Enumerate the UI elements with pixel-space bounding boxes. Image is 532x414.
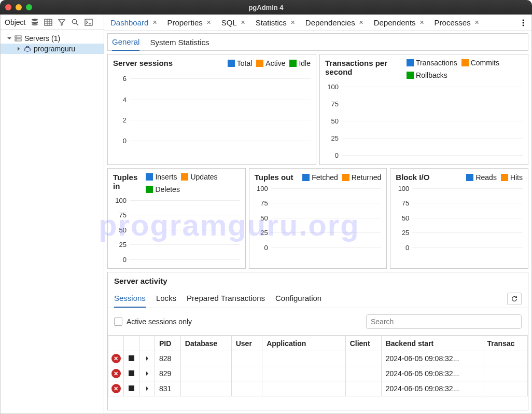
chart-body: 100 75 50 25 0 <box>412 185 523 252</box>
close-icon[interactable] <box>419 20 425 26</box>
panel-block-io: Block I/O Reads Hits 100 75 50 25 0 <box>390 168 528 269</box>
close-icon[interactable] <box>206 20 212 26</box>
minimize-window-button[interactable] <box>16 4 22 10</box>
close-icon[interactable] <box>240 20 246 26</box>
column-header[interactable] <box>108 336 124 351</box>
cell-pid: 829 <box>155 366 181 381</box>
cancel-query-icon[interactable] <box>129 370 134 376</box>
tree-node-servers[interactable]: Servers (1) <box>1 33 104 44</box>
server-group-icon <box>14 34 22 43</box>
svg-point-11 <box>16 39 17 40</box>
svg-point-12 <box>523 19 524 21</box>
legend: Inserts Updates Deletes <box>146 173 240 194</box>
close-window-button[interactable] <box>5 4 11 10</box>
cell-backend-start: 2024-06-05 09:08:32... <box>381 381 483 396</box>
table-row[interactable]: ✕8282024-06-05 09:08:32... <box>108 351 528 366</box>
activity-tab-prepared-transactions[interactable]: Prepared Transactions <box>187 289 265 308</box>
chevron-right-icon[interactable] <box>145 369 150 378</box>
column-header-application[interactable]: Application <box>262 336 346 351</box>
terminate-session-icon[interactable]: ✕ <box>111 354 121 363</box>
chevron-right-icon[interactable] <box>145 384 150 393</box>
query-tool-icon[interactable] <box>29 16 41 29</box>
cell-application <box>262 351 346 366</box>
close-icon[interactable] <box>290 20 296 26</box>
chart-body: 6 4 2 0 <box>130 71 311 148</box>
tree-node-server[interactable]: programguru <box>1 44 104 54</box>
tabs-overflow-menu[interactable] <box>517 17 529 29</box>
search-input[interactable] <box>366 314 522 329</box>
terminate-session-icon[interactable]: ✕ <box>111 369 121 378</box>
swatch-icon <box>342 174 349 181</box>
column-header[interactable] <box>124 336 139 351</box>
filter-rows-icon[interactable] <box>55 16 68 29</box>
column-header-user[interactable]: User <box>231 336 262 351</box>
table-row[interactable]: ✕8312024-06-05 09:08:32... <box>108 381 528 396</box>
tab-processes[interactable]: Processes <box>430 16 484 29</box>
subtab-system-statistics[interactable]: System Statistics <box>150 34 209 50</box>
cell-backend-start: 2024-06-05 09:08:32... <box>381 351 483 366</box>
sidebar-toolbar: Object <box>1 15 104 30</box>
panel-title: Transactions per second <box>325 59 402 79</box>
legend-item: Commits <box>461 59 499 67</box>
tab-properties[interactable]: Properties <box>163 16 216 29</box>
activity-tab-sessions[interactable]: Sessions <box>114 289 146 308</box>
column-header[interactable] <box>139 336 155 351</box>
legend-item: Deletes <box>146 185 179 194</box>
table-header-row: PID Database User Application Client Bac… <box>108 336 528 351</box>
chevron-right-icon[interactable] <box>145 354 150 363</box>
active-sessions-only-checkbox[interactable] <box>114 318 122 326</box>
tab-statistics[interactable]: Statistics <box>251 16 300 29</box>
sidebar: Object Servers (1) programguru <box>1 15 104 413</box>
cell-backend-start: 2024-06-05 09:08:32... <box>381 366 483 381</box>
close-icon[interactable] <box>151 20 158 26</box>
cell-client <box>345 381 381 396</box>
view-data-icon[interactable] <box>42 16 54 29</box>
column-header-backend-start[interactable]: Backend start <box>381 336 483 351</box>
cancel-query-icon[interactable] <box>129 385 134 391</box>
legend-item: Total <box>228 59 253 67</box>
swatch-icon <box>501 174 508 181</box>
close-icon[interactable] <box>474 20 480 26</box>
column-header-transaction[interactable]: Transac <box>483 336 527 351</box>
legend-item: Active <box>256 59 285 67</box>
search-objects-icon[interactable] <box>69 16 81 29</box>
tab-sql[interactable]: SQL <box>217 16 250 29</box>
panel-transactions-per-second: Transactions per second Transactions Com… <box>319 54 528 165</box>
cell-client <box>345 366 381 381</box>
cell-database <box>180 381 231 396</box>
cell-user <box>231 351 262 366</box>
panel-title: Server sessions <box>113 59 173 67</box>
maximize-window-button[interactable] <box>26 4 32 10</box>
tabs-bar: Dashboard Properties SQL Statistics Depe… <box>104 15 531 31</box>
table-row[interactable]: ✕8292024-06-05 09:08:32... <box>108 366 528 381</box>
legend-item: Hits <box>501 173 523 182</box>
svg-rect-8 <box>15 36 21 38</box>
activity-tabs: Sessions Locks Prepared Transactions Con… <box>114 289 321 308</box>
tab-dashboard[interactable]: Dashboard <box>106 16 162 29</box>
activity-tab-locks[interactable]: Locks <box>156 289 176 308</box>
tab-dependencies[interactable]: Dependencies <box>301 16 369 29</box>
legend: Transactions Commits Rollbacks <box>407 59 523 79</box>
legend-item: Reads <box>466 173 496 182</box>
column-header-client[interactable]: Client <box>345 336 381 351</box>
legend: Reads Hits <box>466 173 523 182</box>
refresh-button[interactable] <box>507 293 522 305</box>
cell-transaction <box>483 351 527 366</box>
svg-point-13 <box>523 22 524 23</box>
column-header-pid[interactable]: PID <box>155 336 181 351</box>
legend-item: Updates <box>181 173 217 181</box>
svg-rect-9 <box>15 39 21 41</box>
close-icon[interactable] <box>358 20 365 26</box>
subtab-general[interactable]: General <box>112 34 139 51</box>
tab-dependents[interactable]: Dependents <box>370 16 429 29</box>
psql-tool-icon[interactable] <box>82 16 95 29</box>
terminate-session-icon[interactable]: ✕ <box>111 384 121 393</box>
column-header-database[interactable]: Database <box>180 336 231 351</box>
activity-tab-configuration[interactable]: Configuration <box>275 289 321 308</box>
swatch-icon <box>466 174 473 181</box>
swatch-icon <box>461 59 469 66</box>
panel-server-activity: Server activity Sessions Locks Prepared … <box>107 272 528 410</box>
cancel-query-icon[interactable] <box>129 355 134 361</box>
svg-line-6 <box>76 23 78 25</box>
svg-point-14 <box>523 24 524 26</box>
